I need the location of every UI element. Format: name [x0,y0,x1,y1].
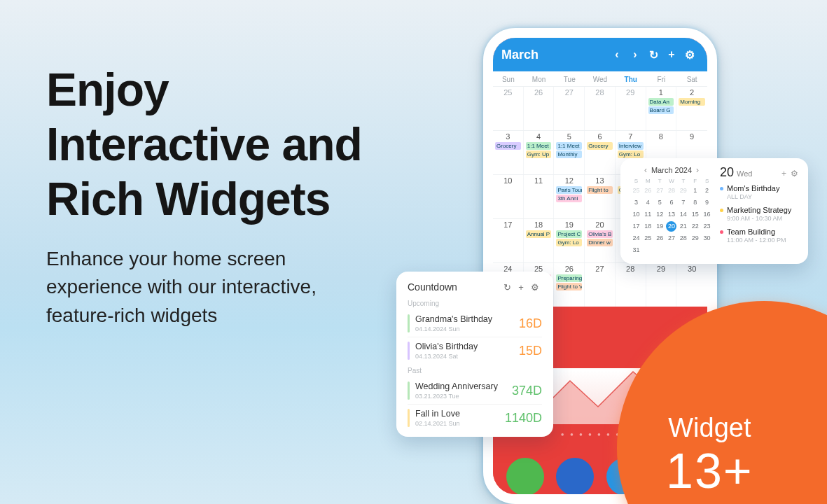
calendar-day[interactable]: 30 [676,263,707,307]
next-month-icon[interactable]: › [626,48,644,61]
calendar-day[interactable]: 26Preparing for a birthday parFlight to … [554,263,585,307]
calendar-day[interactable]: 11 [524,175,555,218]
calendar-day[interactable]: 29 [646,263,677,307]
countdown-row[interactable]: Wedding Anniversary03.21.2023 Tue374D [408,377,542,404]
settings-icon[interactable]: ⚙ [791,169,798,178]
mini-day[interactable]: 26 [654,233,666,244]
mini-day[interactable]: 28 [666,186,678,196]
mini-day[interactable]: 8 [689,197,701,208]
mini-day[interactable]: 18 [642,221,654,232]
refresh-icon[interactable]: ↻ [500,282,514,293]
calendar-day[interactable]: 12Paris Tour3th Anni [554,175,585,218]
mini-day[interactable]: 25 [630,186,642,196]
mini-day[interactable]: 27 [654,186,666,196]
countdown-row[interactable]: Grandma's Birthday04.14.2024 Sun16D [408,310,542,337]
settings-icon[interactable]: ⚙ [528,282,542,293]
mini-day[interactable]: 7 [677,197,689,208]
mini-day[interactable]: 27 [666,233,678,244]
mini-day[interactable]: 13 [666,209,678,220]
calendar-day[interactable]: 26 [524,87,555,130]
mini-day[interactable]: 16 [701,209,713,220]
calendar-event[interactable]: Gym: Up [526,150,552,158]
mini-day[interactable]: 30 [701,233,713,244]
countdown-row[interactable]: Fall in Love02.14.2021 Sun1140D [408,404,542,431]
calendar-event[interactable]: Monthly [556,150,582,158]
settings-icon[interactable]: ⚙ [681,48,699,62]
mini-day[interactable]: 19 [654,221,666,232]
mini-day[interactable]: 28 [677,233,689,244]
calendar-event[interactable]: Dinner w [587,239,613,246]
mini-day[interactable]: 15 [689,209,701,220]
calendar-day[interactable]: 13Flight to [585,175,616,218]
calendar-day[interactable]: 27 [554,87,585,130]
app-icon[interactable] [506,458,544,496]
calendar-day[interactable]: 6Grocery [585,131,616,174]
calendar-event[interactable]: Morning [679,98,705,106]
mini-day[interactable]: 23 [701,221,713,232]
calendar-day[interactable]: 17 [493,219,524,262]
calendar-event[interactable]: Olivia's B [587,230,613,238]
agenda-event[interactable]: Team Building11:00 AM - 12:00 PM [720,227,798,244]
calendar-event[interactable]: Flight to [587,186,613,194]
calendar-day[interactable]: 28 [585,87,616,130]
mini-day[interactable]: 29 [677,186,689,196]
calendar-day[interactable]: 2Morning [676,87,707,130]
calendar-event[interactable]: 1:1 Meet [526,142,552,150]
mini-day[interactable]: 31 [630,245,642,255]
month-label[interactable]: March [501,48,608,62]
add-icon[interactable]: + [514,282,528,293]
calendar-day[interactable]: 3Grocery [493,131,524,174]
add-event-icon[interactable]: + [662,48,681,61]
calendar-event[interactable]: Grocery [495,142,521,150]
mini-day[interactable]: 9 [701,197,713,208]
mini-day[interactable]: 22 [689,221,701,232]
agenda-event[interactable]: Mom's BirthdayALL DAY [720,184,798,200]
mini-day[interactable]: 14 [677,209,689,220]
mini-day[interactable]: 2 [701,186,713,196]
calendar-event[interactable]: Gym: Lo [556,239,582,246]
mini-day[interactable]: 17 [630,221,642,232]
calendar-day[interactable]: 51:1 MeetMonthly [554,131,585,174]
mini-day[interactable]: 12 [654,209,666,220]
agenda-event[interactable]: Marketing Strategy9:00 AM - 10:30 AM [720,206,798,222]
mini-day[interactable]: 1 [689,186,701,196]
mini-day[interactable]: 21 [677,221,689,232]
calendar-day[interactable]: 27 [585,263,616,307]
calendar-event[interactable]: Gym: Lo [618,150,644,158]
calendar-day[interactable]: 28 [616,263,646,307]
calendar-day[interactable]: 20Olivia's BDinner w [585,219,616,262]
refresh-icon[interactable]: ↻ [644,48,662,62]
calendar-event[interactable]: Grocery [587,142,613,150]
calendar-event[interactable]: Paris Tour [556,186,582,194]
calendar-day[interactable]: 25 [493,87,524,130]
mini-day[interactable]: 6 [666,197,678,208]
mini-day[interactable]: 20 [666,221,676,232]
calendar-event[interactable]: Board G [648,106,674,114]
countdown-row[interactable]: Olivia's Birthday04.13.2024 Sat15D [408,337,542,364]
mini-next-month-icon[interactable]: › [696,165,699,175]
mini-day[interactable]: 4 [642,197,654,208]
calendar-event[interactable]: Annual P [526,230,552,238]
calendar-event[interactable]: Preparing for a birthday par [556,274,582,282]
app-icon[interactable] [556,458,594,496]
calendar-event[interactable]: 1:1 Meet [556,142,582,150]
calendar-day[interactable]: 41:1 MeetGym: Up [524,131,555,174]
prev-month-icon[interactable]: ‹ [608,48,626,61]
calendar-day[interactable]: 1Data AnBoard G [646,87,677,130]
calendar-day[interactable]: 19Project CGym: Lo [554,219,585,262]
mini-day[interactable]: 3 [630,197,642,208]
mini-day[interactable]: 24 [630,233,642,244]
calendar-day[interactable]: 18Annual P [524,219,555,262]
calendar-event[interactable]: 3th Anni [556,195,582,202]
mini-day[interactable]: 29 [689,233,701,244]
calendar-event[interactable]: Project C [556,230,582,238]
add-icon[interactable]: + [781,169,786,178]
mini-day[interactable]: 25 [642,233,654,244]
mini-prev-month-icon[interactable]: ‹ [644,165,647,175]
mini-day[interactable]: 10 [630,209,642,220]
calendar-event[interactable]: Flight to V [556,283,582,290]
calendar-day[interactable]: 29 [616,87,646,130]
calendar-event[interactable]: Interview [618,142,644,150]
calendar-day[interactable]: 10 [493,175,524,218]
mini-day[interactable]: 5 [654,197,666,208]
